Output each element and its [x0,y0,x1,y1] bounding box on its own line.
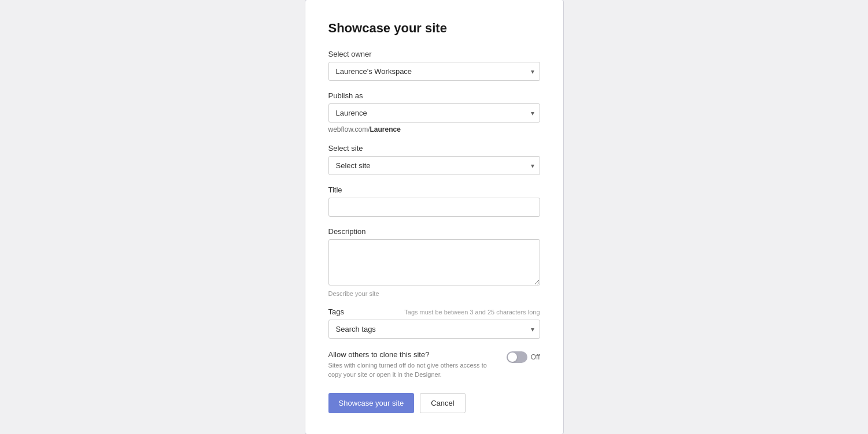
title-input[interactable] [328,198,540,217]
toggle-off-label: Off [531,353,540,361]
select-owner-label: Select owner [328,50,540,58]
cancel-button[interactable]: Cancel [420,393,465,413]
title-group: Title [328,186,540,217]
toggle-wrapper: Off [507,350,540,363]
title-label: Title [328,186,540,194]
modal-overlay: Showcase your site Select owner Laurence… [0,0,868,434]
tags-group: Tags Tags must be between 3 and 25 chara… [328,307,540,339]
tags-dropdown[interactable]: Search tags [328,320,540,339]
clone-label: Allow others to clone this site? [328,350,497,359]
description-textarea[interactable] [328,239,540,285]
clone-row: Allow others to clone this site? Sites w… [328,350,540,379]
select-owner-wrapper: Laurence's Workspace ▾ [328,62,540,81]
description-group: Description Describe your site [328,227,540,297]
modal-container: Showcase your site Select owner Laurence… [305,0,564,434]
toggle-knob [508,353,517,362]
showcase-button[interactable]: Showcase your site [328,393,415,413]
clone-label-group: Allow others to clone this site? Sites w… [328,350,507,379]
tags-hint: Tags must be between 3 and 25 characters… [404,309,540,316]
select-owner-group: Select owner Laurence's Workspace ▾ [328,50,540,81]
select-site-label: Select site [328,144,540,153]
select-site-dropdown[interactable]: Select site [328,156,540,175]
modal-title: Showcase your site [328,21,540,36]
tags-label-row: Tags Tags must be between 3 and 25 chara… [328,307,540,316]
description-label: Description [328,227,540,236]
tags-wrapper: Search tags ▾ [328,320,540,339]
publish-as-group: Publish as Laurence ▾ webflow.com/Lauren… [328,91,540,133]
publish-as-dropdown[interactable]: Laurence [328,103,540,123]
select-owner-dropdown[interactable]: Laurence's Workspace [328,62,540,81]
select-site-wrapper: Select site ▾ [328,156,540,175]
button-row: Showcase your site Cancel [328,393,540,413]
clone-description: Sites with cloning turned off do not giv… [328,361,497,379]
description-hint: Describe your site [328,290,540,297]
tags-label: Tags [328,307,344,316]
publish-as-label: Publish as [328,91,540,100]
select-site-group: Select site Select site ▾ [328,144,540,175]
publish-as-wrapper: Laurence ▾ [328,103,540,123]
url-hint: webflow.com/Laurence [328,125,540,133]
clone-toggle[interactable] [507,351,527,363]
